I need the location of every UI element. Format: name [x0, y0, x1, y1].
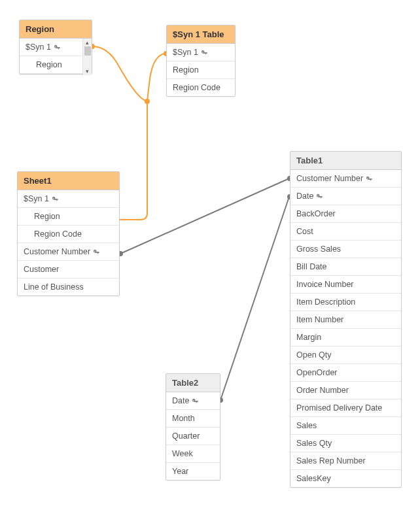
field-label: BackOrder: [296, 209, 336, 218]
field-row[interactable]: $Syn 1: [20, 39, 92, 56]
table-sheet1[interactable]: Sheet1$Syn 1RegionRegion CodeCustomer Nu…: [17, 171, 120, 296]
table-fields: DateMonthQuarterWeekYear: [166, 392, 220, 480]
table-header[interactable]: Table1: [290, 152, 401, 170]
scrollbar[interactable]: ▴▾: [82, 39, 92, 75]
field-row[interactable]: Region: [18, 208, 119, 226]
field-row[interactable]: Cost: [290, 223, 401, 241]
field-label: Open Qty: [296, 350, 332, 360]
key-icon: [366, 175, 373, 182]
connector: [220, 197, 289, 400]
field-row[interactable]: Item Description: [290, 294, 401, 311]
field-label: Sales Rep Number: [296, 456, 366, 465]
field-row[interactable]: Sales: [290, 417, 401, 435]
field-label: Cost: [296, 227, 313, 236]
field-row[interactable]: $Syn 1: [167, 44, 235, 61]
key-icon: [192, 397, 199, 405]
field-label: Item Description: [296, 297, 355, 307]
table-region[interactable]: Region$Syn 1Region▴▾: [19, 20, 92, 75]
scroll-down-icon[interactable]: ▾: [86, 67, 89, 75]
table-fields: $Syn 1RegionRegion Code: [167, 44, 235, 96]
field-row[interactable]: Date: [290, 188, 401, 205]
field-label: Date: [172, 396, 189, 405]
field-label: Date: [296, 192, 313, 201]
scroll-up-icon[interactable]: ▴: [86, 39, 89, 46]
field-label: Bill Date: [296, 262, 327, 271]
table-fields: $Syn 1RegionRegion CodeCustomer NumberCu…: [18, 190, 119, 295]
field-label: Line of Business: [24, 282, 84, 292]
field-row[interactable]: Margin: [290, 329, 401, 346]
field-label: Item Number: [296, 315, 343, 324]
field-row[interactable]: Sales Qty: [290, 435, 401, 452]
field-row[interactable]: Invoice Number: [290, 276, 401, 294]
field-row[interactable]: Region Code: [167, 79, 235, 96]
field-row[interactable]: Date: [166, 392, 220, 410]
field-label: Sales Qty: [296, 439, 332, 448]
field-label: $Syn 1: [24, 194, 49, 203]
field-label: Customer Number: [296, 174, 363, 183]
key-icon: [201, 49, 208, 56]
field-row[interactable]: Item Number: [290, 311, 401, 329]
field-row[interactable]: Order Number: [290, 382, 401, 399]
connector: [120, 101, 147, 220]
table-syn1[interactable]: $Syn 1 Table$Syn 1RegionRegion Code: [166, 25, 236, 97]
field-row[interactable]: BackOrder: [290, 205, 401, 223]
field-row[interactable]: Gross Sales: [290, 241, 401, 258]
field-label: Customer Number: [24, 247, 90, 256]
field-label: Region: [173, 65, 199, 75]
field-label: Region: [34, 212, 60, 221]
table-table2[interactable]: Table2DateMonthQuarterWeekYear: [166, 373, 220, 481]
field-label: Year: [172, 467, 188, 476]
table-header[interactable]: Table2: [166, 374, 220, 392]
connector: [147, 54, 166, 101]
connector: [92, 46, 147, 101]
table-header[interactable]: Region: [20, 20, 92, 39]
field-row[interactable]: Bill Date: [290, 258, 401, 276]
field-label: Region Code: [173, 83, 220, 92]
table-fields: Customer NumberDateBackOrderCostGross Sa…: [290, 170, 401, 487]
field-label: Invoice Number: [296, 280, 354, 289]
scroll-thumb[interactable]: [84, 46, 91, 56]
field-row[interactable]: $Syn 1: [18, 190, 119, 208]
field-label: SalesKey: [296, 474, 331, 483]
field-row[interactable]: Open Qty: [290, 346, 401, 364]
key-icon: [52, 195, 59, 203]
field-row[interactable]: Sales Rep Number: [290, 452, 401, 470]
field-row[interactable]: Customer Number: [18, 243, 119, 261]
field-row[interactable]: Region Code: [18, 226, 119, 243]
key-icon: [93, 248, 100, 256]
field-row[interactable]: Quarter: [166, 428, 220, 445]
connector: [120, 178, 289, 254]
field-label: $Syn 1: [173, 48, 198, 57]
key-icon: [54, 44, 61, 51]
field-row[interactable]: Week: [166, 445, 220, 463]
field-label: OpenOrder: [296, 368, 338, 377]
field-label: Promised Delivery Date: [296, 403, 382, 413]
field-label: Week: [172, 449, 193, 458]
field-row[interactable]: SalesKey: [290, 470, 401, 487]
field-label: Margin: [296, 333, 321, 342]
table-fields: $Syn 1Region▴▾: [20, 39, 92, 74]
field-row[interactable]: OpenOrder: [290, 364, 401, 382]
field-label: Sales: [296, 421, 317, 430]
field-label: Quarter: [172, 431, 200, 441]
field-label: Customer: [24, 265, 59, 274]
table-table1[interactable]: Table1Customer NumberDateBackOrderCostGr…: [290, 151, 402, 488]
field-row[interactable]: Customer Number: [290, 170, 401, 188]
field-label: $Syn 1: [26, 42, 51, 52]
field-label: Month: [172, 414, 195, 423]
key-icon: [316, 193, 323, 200]
field-row[interactable]: Month: [166, 410, 220, 428]
field-label: Region: [36, 60, 62, 69]
field-row[interactable]: Line of Business: [18, 278, 119, 295]
field-label: Region Code: [34, 229, 82, 239]
field-row[interactable]: Year: [166, 463, 220, 480]
field-row[interactable]: Region: [20, 56, 92, 74]
connector-node: [145, 99, 150, 104]
field-row[interactable]: Promised Delivery Date: [290, 399, 401, 417]
field-row[interactable]: Customer: [18, 261, 119, 278]
field-row[interactable]: Region: [167, 61, 235, 79]
table-header[interactable]: Sheet1: [18, 172, 119, 190]
table-header[interactable]: $Syn 1 Table: [167, 25, 235, 44]
field-label: Order Number: [296, 386, 349, 395]
field-label: Gross Sales: [296, 245, 341, 254]
